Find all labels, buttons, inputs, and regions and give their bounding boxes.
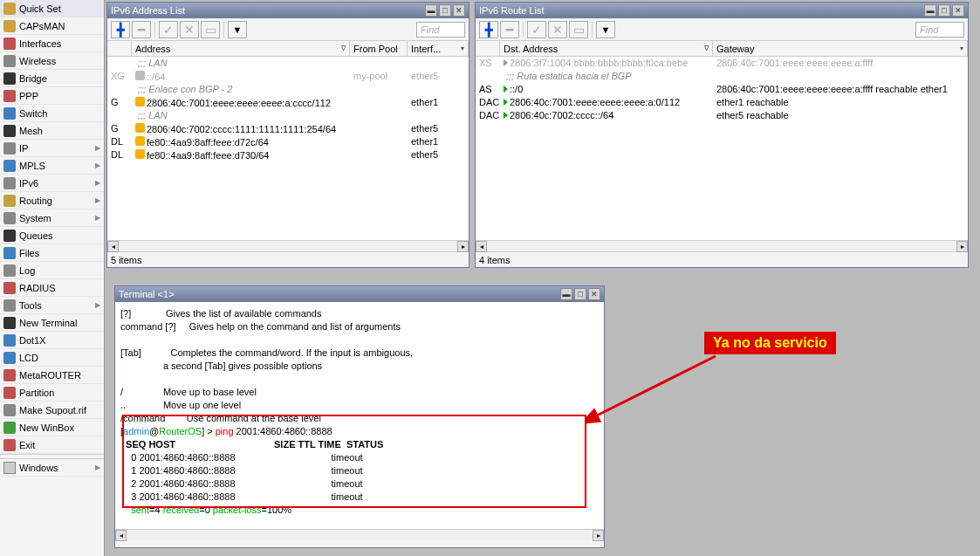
add-button[interactable]: ╋ — [479, 21, 498, 38]
h-scrollbar[interactable]: ◂▸ — [115, 529, 604, 540]
close-button[interactable]: ✕ — [588, 288, 600, 300]
sidebar-item-label: IPv6 — [19, 178, 38, 189]
sidebar-item-ipv6[interactable]: IPv6▶ — [0, 175, 104, 192]
minimize-button[interactable]: ▬ — [924, 4, 936, 17]
comment-button[interactable]: ▭ — [569, 21, 588, 38]
col-gateway[interactable]: Gateway — [716, 44, 754, 54]
address-grid[interactable]: ;;; LANXG::/64my-poolether5;;; Enlace co… — [107, 57, 469, 240]
sidebar-item-quick-set[interactable]: Quick Set — [0, 0, 104, 17]
sidebar-item-routing[interactable]: Routing▶ — [0, 192, 104, 209]
sidebar-item-files[interactable]: Files — [0, 244, 104, 262]
table-row[interactable]: XS2806:3f7:1004:bbbb:bbbb:bbbb:f0ca:bebe… — [476, 57, 968, 70]
table-row[interactable]: DAC2806:40c:7001:eeee:eeee:eeee:a:0/112e… — [476, 96, 968, 109]
h-scrollbar[interactable]: ◂▸ — [476, 240, 968, 251]
comment-button[interactable]: ▭ — [201, 21, 220, 38]
sidebar-item-system[interactable]: System▶ — [0, 209, 104, 227]
nwb-icon — [3, 422, 16, 434]
sidebar-item-metarouter[interactable]: MetaROUTER — [0, 367, 104, 384]
sidebar-item-partition[interactable]: Partition — [0, 384, 104, 402]
find-input[interactable]: Find — [416, 22, 465, 38]
enable-button[interactable]: ✓ — [527, 21, 546, 38]
titlebar[interactable]: Terminal <1> ▬ □ ✕ — [115, 286, 604, 302]
find-input[interactable]: Find — [915, 22, 964, 38]
sidebar-item-switch[interactable]: Switch — [0, 105, 104, 122]
sidebar-item-tools[interactable]: Tools▶ — [0, 297, 104, 314]
sidebar-item-exit[interactable]: Exit — [0, 436, 104, 454]
sidebar-item-label: System — [19, 213, 51, 223]
minimize-button[interactable]: ▬ — [560, 288, 572, 300]
sidebar-item-label: Switch — [19, 108, 47, 119]
iface-icon — [3, 38, 16, 50]
ping-row: 2 2001:4860:4860::8888 timeout — [120, 477, 599, 491]
table-row[interactable]: DAC2806:40c:7002:cccc::/64ether5 reachab… — [476, 109, 968, 122]
ping-header: SEQ HOST SIZE TTL TIME STATUS — [120, 438, 599, 451]
status-bar: 5 items — [107, 251, 469, 267]
grid-header[interactable]: Dst. Address∇ Gateway▾ — [476, 41, 968, 57]
sidebar-item-ip[interactable]: IP▶ — [0, 140, 104, 157]
sidebar-item-radius[interactable]: RADIUS — [0, 279, 104, 297]
filter-button[interactable]: ▼ — [596, 21, 615, 38]
maximize-button[interactable]: □ — [439, 4, 451, 17]
maximize-button[interactable]: □ — [938, 4, 950, 17]
route-icon — [504, 86, 508, 93]
table-row[interactable]: ;;; LAN — [107, 57, 469, 70]
h-scrollbar[interactable]: ◂▸ — [107, 240, 469, 251]
ping-summary: sent=4 received=0 packet-loss=100% — [120, 504, 599, 517]
sidebar-item-bridge[interactable]: Bridge — [0, 70, 104, 87]
close-button[interactable]: ✕ — [952, 4, 964, 17]
filter-button[interactable]: ▼ — [228, 21, 247, 38]
sidebar-item-dot1x[interactable]: Dot1X — [0, 332, 104, 349]
route-grid[interactable]: XS2806:3f7:1004:bbbb:bbbb:bbbb:f0ca:bebe… — [476, 57, 968, 240]
table-row[interactable]: G2806:40c:7001:eeee:eeee:eeee:a:cccc/112… — [107, 96, 469, 109]
sidebar-item-make-supout.rif[interactable]: Make Supout.rif — [0, 402, 104, 419]
grid-header[interactable]: Address∇ From Pool Interf...▾ — [107, 41, 469, 57]
table-row[interactable]: G2806:40c:7002:cccc:1111:1111:1111:254/6… — [107, 122, 469, 135]
sidebar-item-windows[interactable]: Windows ▶ — [0, 459, 104, 477]
sidebar-item-wireless[interactable]: Wireless — [0, 52, 104, 70]
minimize-button[interactable]: ▬ — [425, 4, 437, 17]
titlebar[interactable]: IPv6 Route List ▬ □ ✕ — [476, 3, 968, 18]
sidebar-item-log[interactable]: Log — [0, 262, 104, 279]
sidebar-item-label: Interfaces — [19, 38, 61, 49]
sidebar-item-lcd[interactable]: LCD — [0, 349, 104, 367]
enable-button[interactable]: ✓ — [159, 21, 178, 38]
remove-button[interactable]: ━ — [132, 21, 151, 38]
remove-button[interactable]: ━ — [500, 21, 519, 38]
flag-icon — [135, 149, 145, 159]
sys-icon — [3, 212, 16, 224]
maximize-button[interactable]: □ — [574, 288, 586, 300]
table-row[interactable]: ;;; Ruta estatica hacia el BGP — [476, 70, 968, 83]
disable-button[interactable]: ✕ — [548, 21, 567, 38]
col-from-pool[interactable]: From Pool — [350, 41, 408, 56]
table-row[interactable]: XG::/64my-poolether5 — [107, 70, 469, 83]
ping-row: 0 2001:4860:4860::8888 timeout — [120, 451, 599, 464]
col-interface[interactable]: Interf... — [411, 44, 441, 54]
sidebar-item-label: Dot1X — [19, 335, 46, 346]
col-dst-address[interactable]: Dst. Address — [504, 44, 558, 54]
sidebar-item-capsman[interactable]: CAPsMAN — [0, 17, 104, 35]
close-button[interactable]: ✕ — [453, 4, 465, 17]
sidebar-item-new-terminal[interactable]: New Terminal — [0, 314, 104, 332]
sidebar-item-queues[interactable]: Queues — [0, 227, 104, 244]
sidebar-item-mesh[interactable]: Mesh — [0, 122, 104, 140]
sidebar-item-mpls[interactable]: MPLS▶ — [0, 157, 104, 175]
add-button[interactable]: ╋ — [111, 21, 130, 38]
sidebar-item-interfaces[interactable]: Interfaces — [0, 35, 104, 52]
titlebar[interactable]: IPv6 Address List ▬ □ ✕ — [107, 3, 469, 18]
table-row[interactable]: DLfe80::4aa9:8aff:feee:d730/64ether5 — [107, 148, 469, 161]
queue-icon — [3, 230, 16, 242]
disable-button[interactable]: ✕ — [180, 21, 199, 38]
sidebar-item-ppp[interactable]: PPP — [0, 87, 104, 105]
col-address[interactable]: Address — [135, 44, 170, 54]
table-row[interactable]: ;;; Enlace con BGP - 2 — [107, 83, 469, 96]
table-row[interactable]: AS::/02806:40c:7001:eeee:eeee:eeee:a:fff… — [476, 83, 968, 96]
wand-icon — [3, 3, 16, 15]
status-bar: 4 items — [476, 251, 968, 267]
table-row[interactable]: ;;; LAN — [107, 109, 469, 122]
lcd-icon — [3, 352, 16, 364]
sidebar-item-new-winbox[interactable]: New WinBox — [0, 419, 104, 436]
sidebar-item-label: Windows — [19, 463, 58, 473]
table-row[interactable]: DLfe80::4aa9:8aff:feee:d72c/64ether1 — [107, 135, 469, 148]
flag-icon — [135, 71, 145, 80]
terminal-output[interactable]: [?] Gives the list of available commands… — [115, 302, 604, 529]
